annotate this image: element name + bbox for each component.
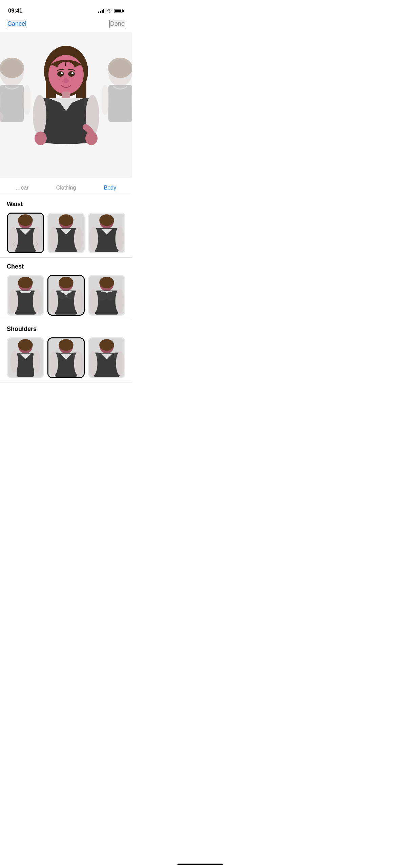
waist-option-1[interactable] <box>7 213 44 253</box>
avatar-main <box>29 34 103 176</box>
svg-point-53 <box>115 226 124 251</box>
waist-option-3[interactable] <box>88 213 125 253</box>
avatar-side-left <box>0 46 30 164</box>
signal-icon <box>98 9 104 13</box>
svg-point-68 <box>74 289 83 313</box>
wifi-icon <box>106 9 112 13</box>
battery-icon <box>114 9 124 13</box>
svg-point-13 <box>69 77 70 78</box>
avatar-preview <box>0 32 132 178</box>
svg-point-46 <box>49 226 58 251</box>
svg-point-60 <box>33 289 42 313</box>
svg-point-52 <box>89 226 98 251</box>
waist-option-2[interactable] <box>47 213 85 253</box>
svg-rect-33 <box>108 85 132 122</box>
svg-point-85 <box>59 339 73 351</box>
svg-point-75 <box>89 289 98 313</box>
svg-point-81 <box>10 350 18 373</box>
chest-options-grid <box>7 275 125 316</box>
chest-section: Chest <box>0 258 132 320</box>
svg-point-50 <box>99 214 114 226</box>
svg-point-89 <box>49 351 58 376</box>
svg-point-63 <box>59 277 73 288</box>
chest-option-2[interactable] <box>47 275 85 316</box>
chest-option-1[interactable] <box>7 275 44 316</box>
shoulders-option-1[interactable] <box>7 337 44 378</box>
tab-body[interactable]: Body <box>88 182 132 195</box>
done-button[interactable]: Done <box>109 20 125 28</box>
svg-point-10 <box>60 77 62 78</box>
tab-headwear[interactable]: …ear <box>0 182 44 195</box>
chest-title: Chest <box>7 263 125 270</box>
status-icons <box>98 9 124 13</box>
svg-point-90 <box>74 351 83 376</box>
svg-point-79 <box>18 339 33 351</box>
waist-title: Waist <box>7 201 125 208</box>
svg-point-38 <box>18 214 33 226</box>
svg-point-82 <box>33 350 41 373</box>
svg-point-18 <box>68 71 75 77</box>
svg-point-67 <box>49 289 58 313</box>
navigation-bar: Cancel Done <box>0 17 132 32</box>
svg-point-93 <box>99 339 114 351</box>
svg-point-1 <box>0 58 24 78</box>
chest-option-3[interactable] <box>88 275 125 316</box>
svg-point-66 <box>66 293 74 299</box>
shoulders-section: Shoulders <box>0 320 132 382</box>
body-options-content: Waist <box>0 195 132 396</box>
svg-point-32 <box>108 58 132 78</box>
svg-rect-58 <box>17 293 34 301</box>
svg-point-29 <box>35 132 47 145</box>
shoulders-title: Shoulders <box>7 326 125 333</box>
tab-selector: …ear Clothing Body <box>0 178 132 195</box>
svg-point-41 <box>33 226 42 251</box>
shoulders-options-grid <box>7 337 125 378</box>
svg-point-56 <box>18 277 33 288</box>
waist-section: Waist <box>0 195 132 258</box>
status-time: 09:41 <box>8 7 22 14</box>
svg-point-11 <box>59 79 60 80</box>
svg-point-71 <box>99 277 114 288</box>
shoulders-option-3[interactable] <box>88 337 125 378</box>
svg-point-20 <box>71 72 73 74</box>
svg-point-16 <box>63 78 69 83</box>
svg-point-14 <box>71 80 72 81</box>
waist-options-grid <box>7 213 125 253</box>
svg-point-59 <box>9 289 18 313</box>
svg-point-34 <box>102 85 109 115</box>
svg-point-17 <box>57 71 64 77</box>
shoulders-option-2[interactable] <box>47 337 85 378</box>
svg-point-74 <box>106 292 116 300</box>
svg-point-27 <box>33 95 46 136</box>
svg-point-44 <box>59 214 73 226</box>
svg-point-19 <box>61 72 63 74</box>
tab-clothing[interactable]: Clothing <box>44 182 88 195</box>
cancel-button[interactable]: Cancel <box>7 20 27 28</box>
avatar-side-right <box>102 46 132 164</box>
svg-point-40 <box>9 226 18 251</box>
svg-point-65 <box>58 293 66 299</box>
svg-point-47 <box>74 226 83 251</box>
svg-point-12 <box>62 81 63 82</box>
status-bar: 09:41 <box>0 0 132 17</box>
svg-point-76 <box>115 289 124 313</box>
svg-rect-2 <box>0 85 24 122</box>
